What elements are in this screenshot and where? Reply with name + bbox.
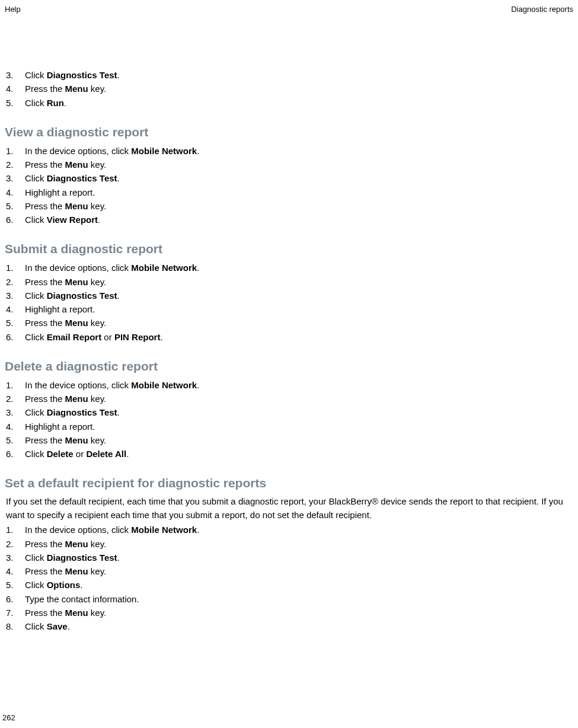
list-item: In the device options, click Mobile Netw… xyxy=(5,261,573,274)
section-intro: If you set the default recipient, each t… xyxy=(5,495,573,522)
list-item: Type the contact information. xyxy=(5,592,573,606)
continuation-list: Click Diagnostics Test.Press the Menu ke… xyxy=(5,68,573,110)
bold-term: Options xyxy=(47,580,81,590)
bold-term: Menu xyxy=(65,608,88,618)
steps-list: In the device options, click Mobile Netw… xyxy=(5,523,573,633)
list-item: Press the Menu key. xyxy=(5,275,573,289)
bold-term: Diagnostics Test xyxy=(47,70,117,80)
steps-list: In the device options, click Mobile Netw… xyxy=(5,261,573,344)
list-item: Highlight a report. xyxy=(5,420,573,433)
bold-term: Mobile Network xyxy=(131,380,197,390)
list-item: Click Delete or Delete All. xyxy=(5,447,573,461)
bold-term: Menu xyxy=(65,394,88,404)
bold-term: Menu xyxy=(65,539,88,549)
header-right: Diagnostic reports xyxy=(511,5,573,14)
list-item: Press the Menu key. xyxy=(5,158,573,171)
section-heading: Set a default recipient for diagnostic r… xyxy=(5,476,573,490)
list-item: Click Diagnostics Test. xyxy=(5,405,573,419)
bold-term: Email Report xyxy=(47,332,102,342)
section-heading: Delete a diagnostic report xyxy=(5,359,573,373)
list-item: Click Diagnostics Test. xyxy=(5,68,573,82)
list-item: Highlight a report. xyxy=(5,302,573,316)
list-item: Click Diagnostics Test. xyxy=(5,551,573,564)
header-left: Help xyxy=(5,5,21,14)
bold-term: Menu xyxy=(65,159,88,170)
list-item: Press the Menu key. xyxy=(5,606,573,620)
bold-term: Diagnostics Test xyxy=(47,290,117,301)
bold-term: PIN Report xyxy=(114,332,161,342)
steps-list: In the device options, click Mobile Netw… xyxy=(5,144,573,227)
list-item: Click Save. xyxy=(5,620,573,633)
list-item: Click Diagnostics Test. xyxy=(5,289,573,302)
bold-term: Menu xyxy=(65,566,88,576)
bold-term: Diagnostics Test xyxy=(47,553,117,563)
bold-term: Mobile Network xyxy=(131,146,197,156)
bold-term: Menu xyxy=(65,84,88,94)
page-content: Click Diagnostics Test.Press the Menu ke… xyxy=(2,68,576,633)
list-item: Click Run. xyxy=(5,96,573,110)
list-item: Press the Menu key. xyxy=(5,82,573,95)
bold-term: Mobile Network xyxy=(131,263,197,273)
bold-term: Menu xyxy=(65,201,88,211)
bold-term: Run xyxy=(47,98,64,108)
list-item: Press the Menu key. xyxy=(5,392,573,405)
list-item: Click View Report. xyxy=(5,213,573,226)
bold-term: Mobile Network xyxy=(131,525,197,535)
bold-term: Delete xyxy=(47,449,74,459)
list-item: Click Options. xyxy=(5,578,573,592)
page-header: Help Diagnostic reports xyxy=(2,5,576,14)
list-item: Press the Menu key. xyxy=(5,433,573,447)
section-heading: View a diagnostic report xyxy=(5,125,573,139)
list-item: Click Email Report or PIN Report. xyxy=(5,330,573,344)
section-heading: Submit a diagnostic report xyxy=(5,242,573,256)
list-item: Press the Menu key. xyxy=(5,199,573,213)
list-item: Click Diagnostics Test. xyxy=(5,171,573,185)
bold-term: View Report xyxy=(47,215,98,225)
bold-term: Save xyxy=(47,621,68,631)
list-item: In the device options, click Mobile Netw… xyxy=(5,144,573,158)
bold-term: Menu xyxy=(65,435,88,445)
bold-term: Menu xyxy=(65,318,88,328)
list-item: In the device options, click Mobile Netw… xyxy=(5,378,573,392)
list-item: In the device options, click Mobile Netw… xyxy=(5,523,573,537)
bold-term: Delete All xyxy=(86,449,126,459)
bold-term: Diagnostics Test xyxy=(47,407,117,417)
list-item: Press the Menu key. xyxy=(5,316,573,330)
list-item: Press the Menu key. xyxy=(5,537,573,551)
list-item: Highlight a report. xyxy=(5,186,573,199)
steps-list: In the device options, click Mobile Netw… xyxy=(5,378,573,461)
page-number: 262 xyxy=(2,713,15,722)
bold-term: Diagnostics Test xyxy=(47,173,117,183)
list-item: Press the Menu key. xyxy=(5,564,573,578)
bold-term: Menu xyxy=(65,277,88,287)
